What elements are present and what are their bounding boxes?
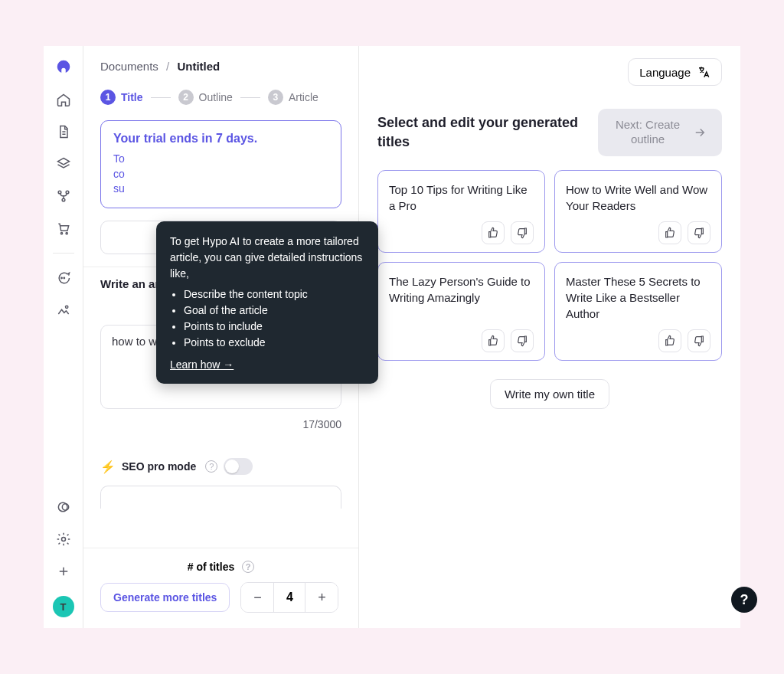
image-icon[interactable] [56, 303, 71, 318]
step-outline[interactable]: 2 Outline [178, 90, 233, 105]
page-title: Select and edit your generated titles [377, 113, 586, 151]
help-fab[interactable]: ? [731, 587, 757, 613]
generate-more-button[interactable]: Generate more titles [100, 583, 230, 612]
svg-point-0 [58, 191, 61, 194]
thumbs-up-button[interactable] [482, 221, 505, 244]
cart-icon[interactable] [56, 221, 71, 236]
trial-title: Your trial ends in 7 days. [113, 132, 328, 146]
titles-count-value: 4 [273, 583, 305, 612]
title-cards: Top 10 Tips for Writing Like a ProHow to… [377, 170, 722, 361]
seo-toggle[interactable] [224, 458, 253, 475]
titles-count-stepper: − 4 + [240, 582, 338, 613]
home-icon[interactable] [56, 92, 71, 107]
arrow-right-icon [693, 126, 707, 139]
card-title: How to Write Well and Wow Your Readers [566, 182, 710, 214]
tooltip-bullet: Points to include [184, 319, 364, 335]
branch-icon[interactable] [56, 188, 71, 204]
tooltip-bullet: Goal of the article [184, 303, 364, 319]
app-logo-icon [55, 58, 72, 75]
breadcrumb-root[interactable]: Documents [100, 60, 158, 73]
document-icon[interactable] [56, 124, 71, 139]
prompt-help-tooltip: To get Hypo AI to create a more tailored… [156, 221, 378, 384]
card-title: Top 10 Tips for Writing Like a Pro [389, 182, 534, 214]
svg-point-4 [66, 233, 67, 234]
increment-button[interactable]: + [305, 583, 338, 612]
title-card[interactable]: The Lazy Person's Guide to Writing Amazi… [377, 262, 545, 361]
help-icon[interactable]: ? [205, 460, 217, 473]
trial-body: To co su [113, 152, 328, 197]
thumbs-up-button[interactable] [658, 329, 681, 352]
svg-point-6 [64, 277, 64, 278]
language-button[interactable]: Language [628, 58, 722, 86]
decrement-button[interactable]: − [241, 583, 273, 612]
tooltip-bullet: Points to exclude [184, 335, 364, 351]
trial-card: Your trial ends in 7 days. To co su [100, 120, 341, 208]
title-card[interactable]: Top 10 Tips for Writing Like a Pro [377, 170, 545, 253]
bolt-icon: ⚡ [100, 460, 116, 474]
title-card[interactable]: Master These 5 Secrets to Write Like a B… [554, 262, 722, 361]
thumbs-down-button[interactable] [511, 329, 534, 352]
char-count: 17/3000 [100, 418, 341, 430]
next-button[interactable]: Next: Create outline [598, 109, 722, 156]
svg-point-1 [66, 191, 69, 194]
tooltip-intro: To get Hypo AI to create a more tailored… [170, 234, 364, 282]
breadcrumb-sep: / [166, 60, 169, 73]
title-card[interactable]: How to Write Well and Wow Your Readers [554, 170, 722, 253]
svg-point-10 [61, 538, 65, 541]
svg-point-7 [65, 306, 67, 308]
layers-icon[interactable] [56, 156, 71, 172]
step-title[interactable]: 1 Title [100, 90, 143, 105]
card-title: The Lazy Person's Guide to Writing Amazi… [389, 273, 534, 322]
titles-count-label: # of titles [188, 561, 234, 573]
right-panel: Language Select and edit your generated … [359, 46, 740, 628]
avatar[interactable]: T [53, 596, 74, 617]
step-article[interactable]: 3 Article [268, 90, 318, 105]
thumbs-up-button[interactable] [658, 221, 681, 244]
settings-icon[interactable] [56, 532, 71, 547]
learn-how-link[interactable]: Learn how → [170, 358, 234, 371]
thumbs-down-button[interactable] [688, 329, 710, 352]
svg-point-5 [60, 277, 61, 278]
card-title: Master These 5 Secrets to Write Like a B… [566, 273, 710, 322]
thumbs-down-button[interactable] [511, 221, 534, 244]
scribble-icon[interactable] [56, 499, 71, 515]
svg-point-2 [62, 198, 65, 201]
seo-label: SEO pro mode [122, 460, 196, 473]
tooltip-bullet: Describe the content topic [184, 286, 364, 303]
breadcrumb-current: Untitled [177, 60, 220, 73]
svg-point-3 [60, 233, 62, 234]
write-own-title-button[interactable]: Write my own title [490, 379, 609, 409]
add-icon[interactable] [56, 564, 71, 579]
breadcrumb: Documents / Untitled [100, 60, 341, 73]
thumbs-up-button[interactable] [482, 329, 505, 352]
left-footer: # of titles ? Generate more titles − 4 + [83, 548, 358, 628]
translate-icon [697, 65, 710, 79]
thumbs-down-button[interactable] [688, 221, 710, 244]
stepper: 1 Title 2 Outline 3 Article [100, 90, 341, 105]
sidebar: T [44, 46, 83, 628]
help-icon[interactable]: ? [242, 561, 254, 573]
chat-icon[interactable] [56, 270, 71, 286]
